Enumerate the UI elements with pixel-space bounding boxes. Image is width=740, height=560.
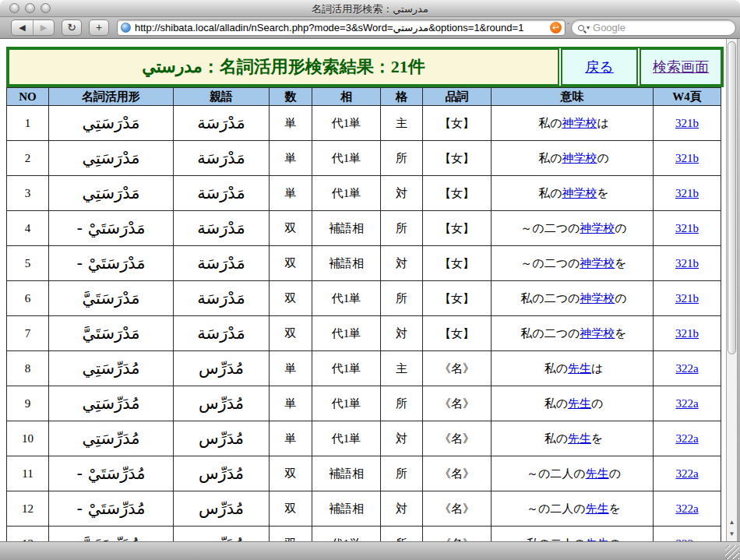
meaning-link[interactable]: 神学校 — [580, 257, 615, 269]
page-link[interactable]: 322a — [675, 467, 698, 480]
meaning-link[interactable]: 先生 — [568, 397, 591, 410]
search-screen-link[interactable]: 検索画面 — [653, 58, 709, 76]
noun-form-cell: مُدَرِّسَتِي — [49, 386, 174, 421]
aspect-cell: 代1単 — [312, 527, 381, 542]
pos-cell: 【女】 — [423, 316, 492, 351]
meaning-link[interactable]: 先生 — [568, 362, 591, 375]
search-dropdown-arrow[interactable]: ▾ — [587, 24, 590, 31]
table-row: 2مَدْرَسَتِيمَدْرَسَة単代1単所【女】私の神学校の321b — [7, 141, 721, 176]
number-cell: 双 — [270, 456, 312, 491]
arabic-form-text: مُدَرِّسَتَيْ - — [76, 499, 145, 518]
scrollbar-thumb[interactable] — [728, 41, 736, 354]
case-cell: 対 — [381, 421, 423, 456]
noun-form-cell: مُدَرِّسَتِي — [49, 351, 174, 386]
meaning-link[interactable]: 神学校 — [580, 292, 615, 305]
parent-word-cell: مُدَرِّس — [174, 351, 270, 386]
case-cell: 対 — [381, 176, 423, 211]
scroll-up-arrow[interactable]: ▲ — [727, 516, 737, 528]
page-link[interactable]: 321b — [675, 117, 699, 129]
case-cell: 所 — [381, 211, 423, 246]
number-cell: 単 — [270, 351, 312, 386]
meaning-suffix: を — [615, 327, 626, 340]
number-cell: 単 — [270, 106, 312, 141]
reload-button[interactable]: ↻ — [62, 19, 82, 36]
meaning-link[interactable]: 神学校 — [562, 152, 597, 164]
page-link[interactable]: 321b — [675, 292, 699, 305]
page-cell: 321b — [654, 176, 721, 211]
meaning-prefix: 私の — [538, 152, 562, 164]
meaning-link[interactable]: 神学校 — [562, 187, 597, 199]
meaning-link[interactable]: 先生 — [586, 502, 609, 515]
search-field[interactable]: ▾ Google — [571, 19, 736, 36]
forward-button[interactable]: ▶ — [33, 20, 54, 35]
aspect-cell: 代1単 — [312, 281, 381, 316]
search-icon — [578, 25, 584, 31]
meaning-prefix: ～の二人の — [527, 467, 586, 480]
page-link[interactable]: 321b — [675, 257, 699, 269]
meaning-prefix: ～の二つの — [520, 222, 580, 234]
snapback-icon[interactable]: ↩ — [550, 22, 562, 33]
noun-form-cell: مُدَرِّسَتَيْ - — [49, 456, 174, 491]
parent-word-cell: مُدَرِّس — [174, 491, 270, 527]
pos-cell: 《名》 — [423, 491, 492, 527]
table-row: 9مُدَرِّسَتِيمُدَرِّس単代1単所《名》私の先生の322a — [7, 386, 721, 421]
meaning-suffix: の — [597, 152, 609, 164]
table-row: 5مَدْرَسَتَيْ -مَدْرَسَة双補語相対【女】～の二つの神学校… — [7, 246, 721, 281]
vertical-scrollbar[interactable]: ▲ ▼ — [726, 39, 738, 541]
row-number: 2 — [7, 141, 49, 176]
meaning-prefix: 私の二つの — [520, 327, 580, 340]
results-table: NO名詞活用形親語数相格品詞意味W4頁 1مَدْرَسَتِيمَدْرَسَ… — [6, 87, 721, 541]
pos-cell: 《名》 — [423, 527, 492, 542]
meaning-cell: 私の神学校の — [492, 141, 654, 176]
scroll-down-arrow[interactable]: ▼ — [727, 528, 737, 540]
meaning-link[interactable]: 神学校 — [580, 222, 615, 234]
row-number: 1 — [7, 106, 49, 141]
column-header-2: 親語 — [174, 88, 270, 106]
page-link[interactable]: 322a — [675, 502, 698, 515]
meaning-link[interactable]: 神学校 — [580, 327, 615, 340]
meaning-suffix: は — [597, 117, 609, 129]
table-row: 7مَدْرَسَتَيَّمَدْرَسَة双代1単対【女】私の二つの神学校を… — [7, 316, 721, 351]
browser-window: 名詞活用形検索：مدرستي ◀ ▶ ↻ + http://shibata.lo… — [0, 0, 740, 560]
page-link[interactable]: 321b — [675, 222, 699, 234]
page-link[interactable]: 322a — [675, 362, 698, 375]
meaning-cell: 私の神学校は — [492, 106, 654, 141]
address-bar[interactable]: http://shibata.local/alladin/nSearch.php… — [117, 19, 566, 36]
meaning-cell: 私の二つの神学校の — [492, 281, 654, 316]
arabic-form-text: مُدَرِّسَتِي — [83, 394, 140, 413]
add-bookmark-button[interactable]: + — [89, 19, 109, 36]
case-cell: 主 — [381, 351, 423, 386]
arabic-form-text: مُدَرِّسَتِي — [83, 359, 140, 378]
column-header-8: W4頁 — [654, 88, 721, 106]
meaning-prefix: 私の — [538, 117, 562, 129]
window-titlebar[interactable]: 名詞活用形検索：مدرستي — [0, 0, 740, 17]
aspect-cell: 代1単 — [312, 141, 381, 176]
row-number: 3 — [7, 176, 49, 211]
meaning-link[interactable]: 先生 — [586, 467, 609, 480]
meaning-link[interactable]: 先生 — [568, 432, 591, 445]
row-number: 12 — [7, 491, 49, 527]
parent-word-cell: مَدْرَسَة — [174, 281, 270, 316]
noun-form-cell: مَدْرَسَتَيَّ — [49, 281, 174, 316]
number-cell: 双 — [270, 281, 312, 316]
noun-form-cell: مَدْرَسَتَيْ - — [49, 246, 174, 281]
resize-grip[interactable] — [725, 545, 739, 559]
back-link[interactable]: 戻る — [585, 58, 613, 76]
page-link[interactable]: 321b — [675, 152, 699, 164]
meaning-suffix: を — [591, 432, 603, 445]
page-link[interactable]: 321b — [675, 187, 699, 199]
page-link[interactable]: 321b — [675, 327, 699, 340]
url-text[interactable]: http://shibata.local/alladin/nSearch.php… — [135, 22, 550, 33]
meaning-prefix: ～の二人の — [527, 502, 586, 515]
back-button[interactable]: ◀ — [12, 20, 33, 35]
case-cell: 対 — [381, 316, 423, 351]
meaning-cell: 私の二つの神学校を — [492, 316, 654, 351]
meaning-link[interactable]: 神学校 — [562, 117, 597, 129]
noun-form-cell: مَدْرَسَتِي — [49, 176, 174, 211]
noun-form-cell: مَدْرَسَتَيْ - — [49, 211, 174, 246]
page-link[interactable]: 322a — [675, 432, 698, 445]
arabic-parent-text: مَدْرَسَة — [197, 149, 245, 167]
parent-word-cell: مَدْرَسَة — [174, 176, 270, 211]
page-link[interactable]: 322a — [675, 397, 698, 410]
number-cell: 双 — [270, 491, 312, 527]
